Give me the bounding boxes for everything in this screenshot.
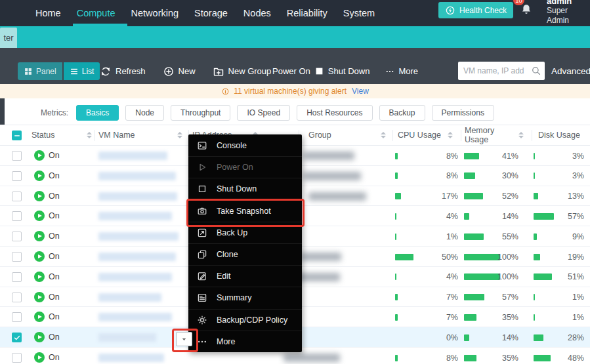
row-checkbox[interactable] <box>12 252 22 262</box>
disk-usage-value: 28% <box>555 333 584 342</box>
disk-usage-value: 1% <box>555 313 584 322</box>
col-header-vm-name[interactable]: VM Name <box>98 125 182 145</box>
new-group-label: New Group <box>228 66 272 76</box>
power-on-button[interactable]: Power On <box>272 66 310 76</box>
toolbar: PanelList RefreshNewNew Group Power OnSh… <box>0 48 590 84</box>
top-nav-right: Health Check 10 admin Super Admin <box>438 0 590 26</box>
advanced-dropdown[interactable]: Advanced <box>551 62 590 80</box>
disk-usage-value: 51% <box>555 272 584 281</box>
row-checkbox[interactable] <box>12 192 22 201</box>
menu-item-edit[interactable]: Edit <box>188 265 302 287</box>
metrics-tab-node[interactable]: Node <box>125 105 164 121</box>
menu-item-summary[interactable]: Summary <box>188 287 302 308</box>
col-header-memory-usage[interactable]: Memory Usage <box>465 125 524 145</box>
status-label: On <box>49 252 60 261</box>
col-header-group[interactable]: Group <box>308 125 386 145</box>
shut-down-button[interactable]: Shut Down <box>314 66 370 76</box>
status-on-icon <box>34 171 45 181</box>
memory-usage-value: 35% <box>489 313 518 322</box>
row-checkbox[interactable] <box>12 272 22 282</box>
col-header-cpu-usage[interactable]: CPU Usage <box>398 125 453 145</box>
top-nav: HomeComputeNetworkingStorageNodesReliabi… <box>0 0 590 26</box>
shut-down-icon <box>197 184 207 194</box>
info-icon <box>221 87 230 96</box>
memory-usage-bar <box>464 334 469 341</box>
tab-cluster[interactable]: ter <box>0 28 17 48</box>
metrics-tab-basics[interactable]: Basics <box>76 105 119 121</box>
health-check-button[interactable]: Health Check <box>438 2 513 18</box>
col-header-status[interactable]: Status <box>32 125 92 145</box>
user-name: admin <box>547 0 590 6</box>
row-checkbox[interactable] <box>12 211 22 221</box>
metrics-tab-backup[interactable]: Backup <box>379 105 425 121</box>
metrics-tab-io-speed[interactable]: IO Speed <box>237 105 290 121</box>
panel-view-button[interactable]: Panel <box>18 62 62 80</box>
vm-name-redacted <box>98 172 176 180</box>
row-checkbox[interactable] <box>12 333 22 342</box>
row-checkbox[interactable] <box>12 171 22 181</box>
select-all-checkbox[interactable] <box>12 131 22 140</box>
menu-item-backup-cdp-policy[interactable]: Backup/CDP Policy <box>188 309 302 331</box>
disk-usage-value: 13% <box>555 192 584 201</box>
status-on-icon <box>34 150 45 161</box>
cpu-usage-bar <box>395 172 398 179</box>
more-button[interactable]: More <box>385 66 418 76</box>
nav-item-nodes[interactable]: Nodes <box>240 0 275 26</box>
metrics-tab-throughput[interactable]: Throughput <box>171 105 230 121</box>
row-checkbox[interactable] <box>12 312 22 322</box>
col-header-label: VM Name <box>98 131 135 140</box>
nav-item-networking[interactable]: Networking <box>127 0 183 26</box>
nav-item-storage[interactable]: Storage <box>190 0 232 26</box>
column-divider <box>532 130 532 141</box>
column-divider <box>392 130 393 141</box>
col-header-disk-usage[interactable]: Disk Usage <box>538 125 585 145</box>
cpu-usage-bar <box>395 254 413 260</box>
menu-item-console[interactable]: Console <box>188 134 302 156</box>
new-button[interactable]: New <box>163 66 196 77</box>
cpu-usage-value: 7% <box>430 293 458 302</box>
disk-usage-bar <box>534 294 535 300</box>
disk-usage-bar <box>534 172 535 179</box>
search-icon[interactable] <box>531 66 541 76</box>
nav-item-compute[interactable]: Compute <box>73 0 119 26</box>
bell-icon[interactable] <box>520 3 533 17</box>
refresh-button[interactable]: Refresh <box>100 66 146 77</box>
alert-bar: 11 virtual machine(s) giving alert View <box>0 84 590 98</box>
sort-icon[interactable] <box>518 132 524 138</box>
list-icon <box>70 67 79 76</box>
column-divider <box>461 130 461 141</box>
status-on-icon <box>34 292 45 302</box>
sort-icon[interactable] <box>87 132 92 138</box>
memory-usage-value: 14% <box>489 333 518 342</box>
group-redacted <box>303 172 361 180</box>
metrics-tab-permissions[interactable]: Permissions <box>432 105 494 121</box>
user-info[interactable]: admin Super Admin <box>547 0 590 26</box>
sort-icon[interactable] <box>381 132 386 138</box>
row-checkbox[interactable] <box>12 232 22 241</box>
menu-item-label: Summary <box>217 293 251 302</box>
row-checkbox[interactable] <box>12 353 22 363</box>
list-view-button[interactable]: List <box>64 62 100 80</box>
nav-item-home[interactable]: Home <box>32 0 65 26</box>
vm-name-redacted <box>98 212 172 220</box>
alert-text: 11 virtual machine(s) giving alert <box>234 87 347 96</box>
sort-icon[interactable] <box>177 132 182 138</box>
memory-usage-value: 55% <box>489 232 518 241</box>
panel-view-label: Panel <box>36 67 56 76</box>
menu-item-clone[interactable]: Clone <box>188 243 302 265</box>
sort-icon[interactable] <box>448 132 453 138</box>
new-group-button[interactable]: New Group <box>213 66 272 77</box>
status-on-icon <box>34 312 45 322</box>
view-link[interactable]: View <box>352 87 369 96</box>
menu-item-shut-down[interactable]: Shut Down <box>188 178 302 199</box>
col-header-label: Memory Usage <box>465 126 518 144</box>
col-header-label: CPU Usage <box>398 131 441 140</box>
row-checkbox[interactable] <box>12 151 22 161</box>
nav-item-system[interactable]: System <box>339 0 379 26</box>
health-check-label: Health Check <box>459 6 507 15</box>
memory-usage-value: 57% <box>489 293 518 302</box>
metrics-tab-host-resources[interactable]: Host Resources <box>297 105 372 121</box>
nav-item-reliability[interactable]: Reliability <box>283 0 331 26</box>
menu-item-more[interactable]: More <box>188 331 302 352</box>
row-checkbox[interactable] <box>12 293 22 302</box>
